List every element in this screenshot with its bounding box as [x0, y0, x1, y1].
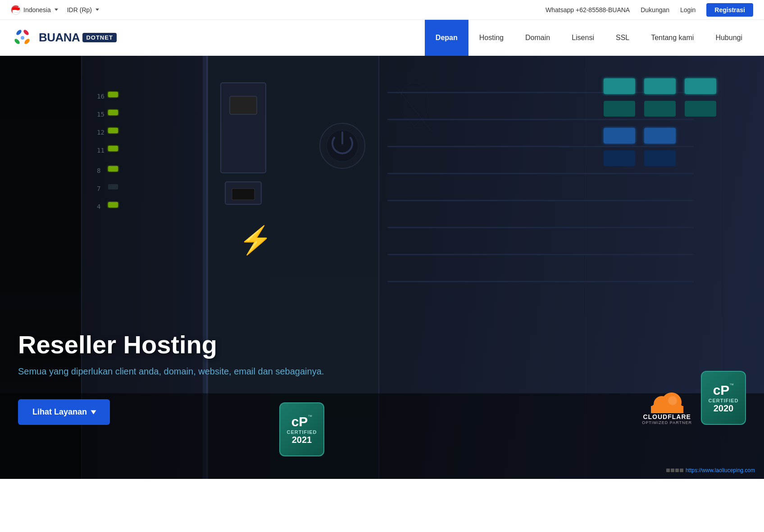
- hero-subtitle: Semua yang diperlukan client anda, domai…: [18, 366, 324, 377]
- cloudflare-badge: CLOUDFLARE OPTIMIZED PARTNER: [642, 392, 692, 425]
- svg-rect-41: [387, 146, 694, 147]
- nav-tentang-kami[interactable]: Tentang kami: [640, 20, 705, 56]
- country-label: Indonesia: [23, 6, 51, 14]
- currency-chevron-icon: [96, 9, 99, 11]
- cpanel-logo-text-2020: cP: [713, 383, 730, 398]
- wm-sq-3: [675, 469, 679, 472]
- watermark: https://www.laoliuceping.com: [666, 467, 755, 473]
- svg-rect-31: [232, 189, 255, 200]
- svg-rect-48: [644, 78, 676, 94]
- nav-lisensi[interactable]: Lisensi: [561, 20, 605, 56]
- svg-rect-49: [685, 78, 716, 94]
- dukungan-link[interactable]: Dukungan: [641, 6, 669, 14]
- svg-rect-45: [387, 254, 694, 255]
- nav-ssl[interactable]: SSL: [605, 20, 640, 56]
- top-bar: 🇮🇩 Indonesia IDR (Rp) Whatsapp +62-85588…: [0, 0, 764, 20]
- cloudflare-subtext: OPTIMIZED PARTNER: [642, 420, 692, 425]
- logo-buana-text: BUANA: [39, 31, 80, 45]
- svg-rect-42: [387, 173, 694, 174]
- svg-rect-43: [387, 200, 694, 201]
- nav-hubungi[interactable]: Hubungi: [705, 20, 753, 56]
- top-bar-left: 🇮🇩 Indonesia IDR (Rp): [11, 5, 99, 15]
- cloudflare-cloud-icon: [649, 392, 685, 413]
- watermark-squares: [666, 469, 683, 472]
- nav-depan[interactable]: Depan: [425, 20, 468, 56]
- wm-sq-1: [666, 469, 670, 472]
- svg-rect-46: [387, 281, 694, 282]
- svg-rect-56: [644, 150, 676, 166]
- svg-rect-52: [685, 101, 716, 117]
- cpanel-logo-area: cP ™: [291, 414, 313, 429]
- cpanel-badge-2021-container: cP ™ Certified 2021: [279, 402, 324, 456]
- cpanel-year-2021: 2021: [292, 435, 312, 445]
- hero-section: 16 15 12 11 8 7 4: [0, 56, 764, 479]
- logo-area[interactable]: BUANA DOTNET: [11, 26, 117, 50]
- lihat-layanan-label: Lihat Layanan: [32, 407, 87, 417]
- flag-icon: 🇮🇩: [11, 5, 21, 15]
- lihat-layanan-chevron-icon: [91, 410, 96, 414]
- cpanel-tm-2020: ™: [729, 383, 734, 388]
- cpanel-year-2020: 2020: [714, 403, 734, 414]
- registrasi-button[interactable]: Registrasi: [706, 3, 753, 17]
- svg-rect-51: [644, 101, 676, 117]
- buana-logo-icon: [11, 26, 34, 50]
- country-chevron-icon: [55, 9, 58, 11]
- watermark-link[interactable]: https://www.laoliuceping.com: [686, 467, 755, 473]
- nav-domain[interactable]: Domain: [514, 20, 561, 56]
- cpanel-tm-2021: ™: [308, 414, 312, 419]
- cpanel-badge-2021: cP ™ Certified 2021: [279, 402, 324, 456]
- login-link[interactable]: Login: [680, 6, 696, 14]
- svg-text:⚡: ⚡: [239, 224, 273, 256]
- country-selector[interactable]: 🇮🇩 Indonesia: [11, 5, 58, 15]
- currency-label: IDR (Rp): [67, 6, 92, 14]
- svg-rect-54: [644, 128, 676, 144]
- cloudflare-text: CLOUDFLARE: [643, 413, 691, 420]
- nav-links: Depan Hosting Domain Lisensi SSL Tentang…: [425, 20, 753, 56]
- svg-rect-53: [604, 128, 635, 144]
- hero-title: Reseller Hosting: [18, 330, 324, 359]
- svg-rect-40: [387, 119, 694, 120]
- hero-content: Reseller Hosting Semua yang diperlukan c…: [0, 330, 324, 425]
- lihat-layanan-button[interactable]: Lihat Layanan: [18, 399, 110, 425]
- svg-rect-55: [604, 150, 635, 166]
- cpanel-badge-2020: cP ™ Certified 2020: [701, 371, 746, 425]
- svg-rect-44: [387, 227, 694, 228]
- cpanel-certified-label-2021: Certified: [286, 429, 317, 435]
- nav-hosting[interactable]: Hosting: [468, 20, 514, 56]
- svg-rect-50: [604, 101, 635, 117]
- wm-sq-2: [671, 469, 674, 472]
- whatsapp-link[interactable]: Whatsapp +62-85588-BUANA: [546, 6, 630, 14]
- badges-area-right: CLOUDFLARE OPTIMIZED PARTNER cP ™ Certif…: [642, 371, 746, 425]
- logo-dotnet-badge: DOTNET: [82, 33, 116, 42]
- svg-rect-29: [230, 96, 257, 114]
- logo-text: BUANA DOTNET: [39, 31, 117, 45]
- svg-rect-47: [604, 78, 635, 94]
- cpanel-logo-text-2021: cP: [291, 414, 308, 429]
- svg-rect-64: [651, 406, 683, 413]
- cpanel-logo-area-2020: cP ™: [713, 383, 734, 398]
- svg-point-6: [21, 36, 24, 40]
- currency-selector[interactable]: IDR (Rp): [67, 6, 99, 14]
- cpanel-certified-label-2020: Certified: [708, 398, 738, 403]
- svg-point-65: [668, 396, 677, 405]
- main-nav: BUANA DOTNET Depan Hosting Domain Lisens…: [0, 20, 764, 56]
- wm-sq-4: [680, 469, 683, 472]
- top-bar-right: Whatsapp +62-85588-BUANA Dukungan Login …: [546, 3, 753, 17]
